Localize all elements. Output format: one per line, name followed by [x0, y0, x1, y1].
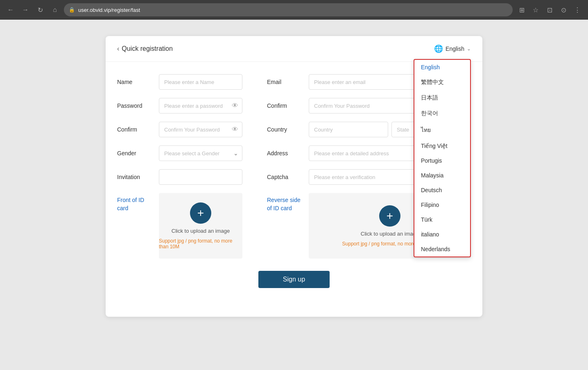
url-text: user.obvid.vip/register/fast	[78, 7, 140, 13]
reverse-upload-text: Click to upload an image	[361, 231, 419, 237]
front-id-upload[interactable]: + Click to upload an image Support jpg /…	[159, 193, 242, 259]
invitation-label: Invitation	[117, 174, 154, 180]
password-label: Password	[117, 102, 154, 109]
home-button[interactable]: ⌂	[49, 4, 61, 16]
signup-section: Sign up	[117, 267, 471, 288]
browser-chrome: ← → ↻ ⌂ 🔒 user.obvid.vip/register/fast ⊞…	[0, 0, 588, 20]
upload-plus-icon: +	[190, 202, 211, 224]
lang-option-italiano[interactable]: italiano	[414, 227, 470, 242]
country-label: Country	[267, 126, 304, 133]
email-label: Email	[267, 79, 304, 85]
confirm2-label: Confirm	[267, 102, 304, 109]
confirm-input[interactable]	[159, 122, 242, 137]
reverse-id-label: Reverse side of ID card	[267, 193, 304, 212]
confirm-wrapper: 👁	[159, 122, 242, 137]
globe-icon: 🌐	[434, 44, 443, 53]
lang-option-nederlands[interactable]: Nederlands	[414, 242, 470, 257]
forward-button[interactable]: →	[20, 4, 31, 16]
lang-option-thai[interactable]: ไทย	[414, 121, 470, 138]
back-label: Quick registration	[122, 45, 173, 52]
reload-button[interactable]: ↻	[34, 4, 46, 16]
lang-label: English	[446, 45, 464, 52]
bookmark-icon[interactable]: ☆	[530, 4, 541, 16]
invitation-row: Invitation	[117, 169, 242, 185]
password-wrapper: 👁	[159, 98, 242, 113]
menu-icon[interactable]: ⋮	[572, 4, 583, 16]
address-bar[interactable]: 🔒 user.obvid.vip/register/fast	[64, 3, 513, 16]
chevron-down-icon: ⌄	[467, 46, 471, 52]
captcha-label: Captcha	[267, 174, 304, 180]
invitation-input[interactable]	[159, 169, 242, 185]
extensions-icon[interactable]: ⊡	[544, 4, 555, 16]
lang-option-portugis[interactable]: Portugis	[414, 153, 470, 168]
password-input[interactable]	[159, 98, 242, 113]
signup-button[interactable]: Sign up	[258, 271, 330, 288]
registration-card: ‹ Quick registration 🌐 English ⌄ English…	[106, 36, 482, 317]
lang-option-japanese[interactable]: 日本語	[414, 90, 470, 106]
eye-icon[interactable]: 👁	[232, 102, 238, 109]
reverse-upload-plus-icon: +	[379, 205, 400, 227]
lang-option-turk[interactable]: Türk	[414, 212, 470, 227]
lang-option-traditional-chinese[interactable]: 繁體中文	[414, 75, 470, 90]
address-label: Address	[267, 150, 304, 157]
back-link[interactable]: ‹ Quick registration	[117, 45, 173, 52]
profile-icon[interactable]: ⊙	[558, 4, 569, 16]
gender-row: Gender Please select a Gender Male Femal…	[117, 145, 242, 161]
lang-option-filipino[interactable]: Filipino	[414, 197, 470, 212]
front-upload-text: Click to upload an image	[172, 228, 230, 234]
lock-icon: 🔒	[69, 7, 75, 13]
lang-option-korean[interactable]: 한국어	[414, 106, 470, 121]
chevron-left-icon: ‹	[117, 45, 119, 52]
password-row: Password 👁	[117, 98, 242, 113]
language-selector[interactable]: 🌐 English ⌄ English 繁體中文 日本語 한국어 ไทย Tiế…	[434, 44, 471, 53]
front-id-row: Front of ID card + Click to upload an im…	[117, 193, 242, 259]
front-id-label: Front of ID card	[117, 193, 154, 212]
name-label: Name	[117, 79, 154, 85]
gender-select-wrapper: Please select a Gender Male Female ⌄	[159, 145, 242, 161]
lang-option-deutsch[interactable]: Deutsch	[414, 183, 470, 197]
page-content: ‹ Quick registration 🌐 English ⌄ English…	[0, 20, 588, 370]
country-input[interactable]	[309, 122, 388, 137]
browser-actions: ⊞ ☆ ⊡ ⊙ ⋮	[516, 4, 583, 16]
card-header: ‹ Quick registration 🌐 English ⌄ English…	[106, 36, 482, 62]
name-row: Name	[117, 74, 242, 90]
back-button[interactable]: ←	[5, 4, 16, 16]
confirm-label: Confirm	[117, 126, 154, 133]
form-left-column: Name Password 👁 Confirm	[117, 74, 242, 267]
lang-option-malaysia[interactable]: Malaysia	[414, 168, 470, 183]
lang-option-vietnamese[interactable]: Tiếng Việt	[414, 138, 470, 153]
confirm-row: Confirm 👁	[117, 122, 242, 137]
translate-icon[interactable]: ⊞	[516, 4, 527, 16]
confirm-eye-icon[interactable]: 👁	[232, 126, 238, 133]
gender-select[interactable]: Please select a Gender Male Female	[159, 145, 242, 161]
front-upload-hint: Support jpg / png format, no more than 1…	[159, 238, 242, 250]
name-input[interactable]	[159, 74, 242, 90]
language-dropdown: English 繁體中文 日本語 한국어 ไทย Tiếng Việt Port…	[414, 59, 471, 257]
lang-option-english[interactable]: English	[414, 60, 470, 75]
gender-label: Gender	[117, 150, 154, 157]
